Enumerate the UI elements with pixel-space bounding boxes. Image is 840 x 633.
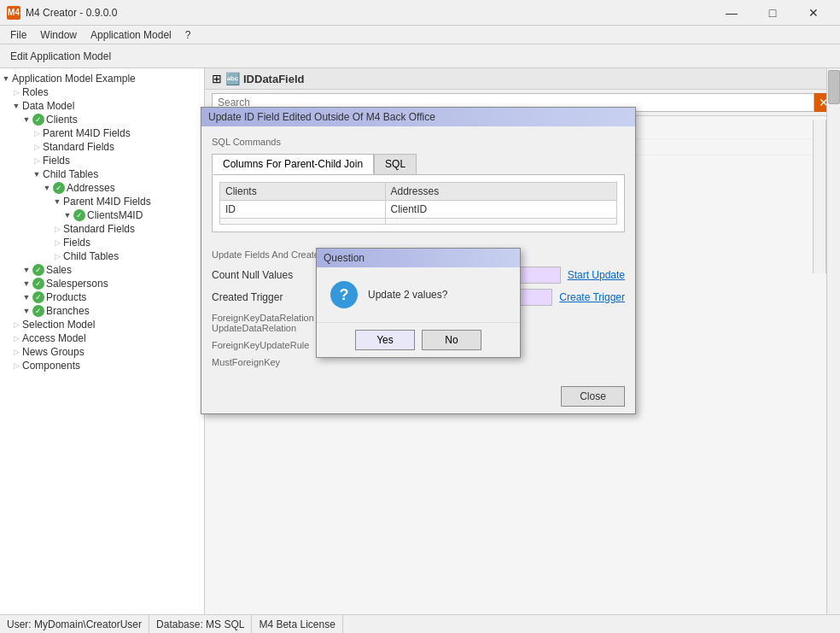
sidebar-item-news-groups[interactable]: ▷News Groups [0,345,204,359]
minimize-button[interactable]: — [712,0,751,26]
check-icon-branches: ✓ [32,305,44,317]
sidebar-item-data-model[interactable]: ▼Data Model [0,99,204,113]
sidebar-item-parent-m4id-fields-2[interactable]: ▼Parent M4ID Fields [0,195,204,208]
sidebar-item-label-salespersons: Salespersons [46,278,108,290]
status-license: M4 Beta License [252,615,342,633]
scrollbar-h-segment [813,120,826,273]
table-row: ID ClientID [220,201,617,219]
expander-standard-fields-2: ▷ [51,225,63,233]
sidebar-item-label-components: Components [22,360,80,372]
expander-app-model-example[interactable]: ▼ [0,74,12,83]
col-addresses: Addresses [385,183,616,201]
sidebar-item-child-tables[interactable]: ▼Child Tables [0,167,204,181]
tab-columns[interactable]: Columns For Parent-Child Join [212,154,374,174]
count-null-label: Count Null Values [212,269,323,281]
question-message: Update 2 values? [368,289,447,301]
sidebar-item-products[interactable]: ▼✓Products [0,290,204,304]
sidebar-item-label-parent-m4id-fields-2: Parent M4ID Fields [63,196,151,208]
expander-clientsm4id: ▼ [61,211,73,220]
sidebar-item-parent-m4id-fields[interactable]: ▷Parent M4ID Fields [0,126,204,140]
question-dialog: Question ? Update 2 values? Yes No [316,248,521,358]
sidebar-item-label-clients: Clients [46,114,78,126]
menu-help[interactable]: ? [178,27,198,43]
expander-components: ▷ [10,361,22,370]
right-panel-header: ⊞ 🔤 IDDataField [205,68,840,90]
expander-products: ▼ [20,293,32,302]
sidebar-item-standard-fields[interactable]: ▷Standard Fields [0,140,204,154]
sidebar-item-label-addresses: Addresses [67,182,115,194]
sidebar-item-components[interactable]: ▷Components [0,359,204,372]
tab-sql[interactable]: SQL [374,154,417,174]
sidebar: ▼Application Model Example▷Roles▼Data Mo… [0,68,205,614]
start-update-link[interactable]: Start Update [568,269,625,281]
sidebar-item-clientsm4id[interactable]: ▼✓ClientsM4ID [0,208,204,222]
sidebar-item-sales[interactable]: ▼✓Sales [0,263,204,277]
no-button[interactable]: No [422,330,481,350]
sidebar-item-label-fields: Fields [43,155,70,167]
status-database: Database: MS SQL [149,615,252,633]
table-cell-id: ID [220,201,386,219]
sidebar-item-addresses[interactable]: ▼✓Addresses [0,181,204,195]
col-clients: Clients [220,183,386,201]
sidebar-item-label-sales: Sales [46,264,72,276]
sidebar-item-label-fields-2: Fields [63,237,90,249]
expander-child-tables-2: ▷ [51,252,63,261]
close-button[interactable]: ✕ [794,0,833,26]
sidebar-item-label-news-groups: News Groups [22,346,85,358]
maximize-button[interactable]: □ [753,0,792,26]
expander-parent-m4id-fields: ▷ [31,129,43,138]
sidebar-item-fields-2[interactable]: ▷Fields [0,236,204,249]
sort-icon[interactable]: ⊞ [212,72,222,85]
sort-az-icon[interactable]: 🔤 [225,72,240,85]
sidebar-item-selection-model[interactable]: ▷Selection Model [0,318,204,331]
sidebar-item-standard-fields-2[interactable]: ▷Standard Fields [0,222,204,236]
table-cell-clientid: ClientID [385,201,616,219]
sidebar-item-clients[interactable]: ▼✓Clients [0,113,204,126]
sidebar-item-fields[interactable]: ▷Fields [0,154,204,167]
menu-file[interactable]: File [3,27,33,43]
expander-parent-m4id-fields-2[interactable]: ▼ [51,197,63,206]
expander-fields-2: ▷ [51,238,63,247]
expander-data-model[interactable]: ▼ [10,102,22,110]
sidebar-item-label-data-model: Data Model [22,100,74,112]
sidebar-item-label-branches: Branches [46,305,90,317]
join-table: Clients Addresses ID ClientID [219,182,617,225]
tab-content: Clients Addresses ID ClientID [212,174,625,232]
sidebar-item-child-tables-2[interactable]: ▷Child Tables [0,249,204,263]
table-cell-empty1 [220,219,386,225]
menu-application-model[interactable]: Application Model [84,27,178,43]
expander-news-groups: ▷ [10,348,22,356]
created-trigger-label: Created Trigger [212,291,323,303]
expander-access-model: ▷ [10,334,22,343]
yes-button[interactable]: Yes [355,330,415,350]
question-icon: ? [330,281,358,308]
expander-child-tables[interactable]: ▼ [31,170,43,179]
check-icon-clients: ✓ [32,114,44,126]
expander-fields: ▷ [31,156,43,165]
sql-commands-label: SQL Commands [212,137,625,147]
dialog-title-text: Update ID Field Edited Outside Of M4 Bac… [208,111,435,123]
sidebar-item-label-standard-fields-2: Standard Fields [63,223,135,235]
sidebar-item-access-model[interactable]: ▷Access Model [0,331,204,345]
sidebar-item-label-selection-model: Selection Model [22,319,95,331]
right-panel-title: IDDataField [243,73,305,85]
sidebar-item-salespersons[interactable]: ▼✓Salespersons [0,277,204,290]
scrollbar-v[interactable] [826,68,840,614]
check-icon-salespersons: ✓ [32,278,44,290]
sidebar-item-label-clientsm4id: ClientsM4ID [87,209,143,221]
title-bar: M4 M4 Creator - 0.9.0.0 — □ ✕ [0,0,840,26]
check-icon-clientsm4id: ✓ [73,209,85,221]
sidebar-item-app-model-example[interactable]: ▼Application Model Example [0,72,204,85]
sidebar-item-branches[interactable]: ▼✓Branches [0,304,204,318]
expander-addresses: ▼ [41,184,53,192]
sidebar-item-roles[interactable]: ▷Roles [0,85,204,99]
close-dialog-button[interactable]: Close [561,386,625,407]
expander-selection-model: ▷ [10,320,22,329]
question-buttons: Yes No [317,322,520,357]
create-trigger-link[interactable]: Create Trigger [559,291,625,303]
toolbar: Edit Application Model [0,44,840,68]
dialog-tabs: Columns For Parent-Child Join SQL [212,154,625,174]
menu-bar: File Window Application Model ? [0,26,840,44]
expander-roles: ▷ [10,88,22,97]
menu-window[interactable]: Window [33,27,84,43]
